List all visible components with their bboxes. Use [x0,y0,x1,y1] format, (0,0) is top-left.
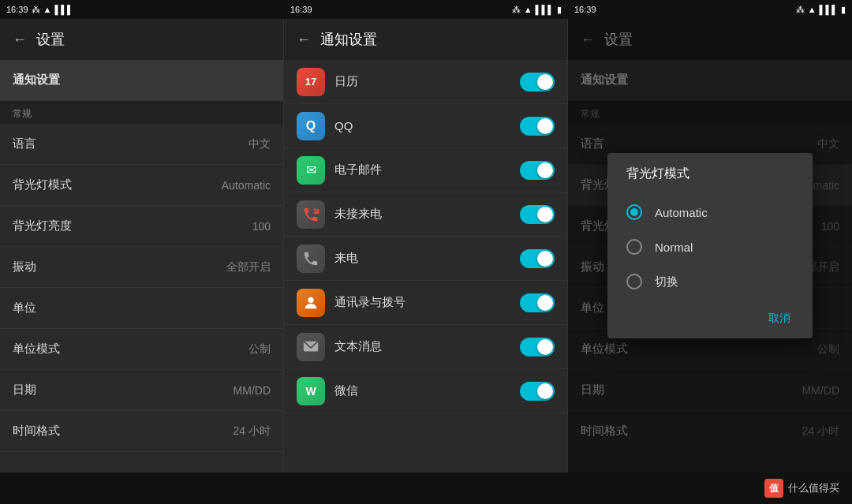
dialog-title: 背光灯模式 [607,166,813,195]
unit-mode-item[interactable]: 单位模式 公制 [0,329,283,370]
time-left: 16:39 [6,5,28,14]
battery-icon-center: ▮ [557,5,562,15]
settings-list: 通知设置 常规 语言 中文 背光灯模式 Automatic 背光灯亮度 100 … [0,60,283,472]
sms-item[interactable]: 文本消息 [284,325,567,369]
call-toggle[interactable] [520,249,555,268]
backlight-mode-item[interactable]: 背光灯模式 Automatic [0,165,283,206]
missed-call-label: 未接来电 [334,207,520,222]
dialog-option-automatic[interactable]: Automatic [607,195,813,230]
sms-label: 文本消息 [334,339,520,354]
status-bar-right: 16:39 ⁂ ▲ ▌▌▌ ▮ [568,0,852,19]
notification-panel: ← 通知设置 17 日历 Q QQ ✉ [284,19,568,472]
bottom-bar: 值 什么值得买 [0,472,852,504]
calendar-icon: 17 [297,68,325,96]
notification-header: ← 通知设置 [284,19,567,60]
signal-icon-left: ▌▌▌ [54,5,73,14]
language-item[interactable]: 语言 中文 [0,124,283,165]
radio-automatic[interactable] [626,204,642,220]
normal-label: Normal [655,241,693,254]
qq-icon: Q [297,112,325,140]
calendar-label: 日历 [334,74,520,89]
missed-call-item[interactable]: 未接来电 [284,192,567,237]
bt-icon-right: ⁂ [796,5,805,15]
notif-settings-item[interactable]: 通知设置 [0,60,283,101]
contacts-icon [297,289,325,317]
notif-back-icon[interactable]: ← [297,32,311,48]
wifi-icon-right: ▲ [808,5,816,15]
signal-icon-center: ▌▌▌ [536,5,554,15]
time-right: 16:39 [574,5,596,14]
qq-item[interactable]: Q QQ [284,104,567,148]
notif-title: 通知设置 [320,30,377,49]
unit-item[interactable]: 单位 [0,288,283,329]
notif-settings-label: 通知设置 [13,73,60,88]
wechat-toggle[interactable] [520,382,555,401]
wifi-icon-left: ▲ [43,5,52,14]
qq-toggle[interactable] [520,117,555,136]
bt-icon-center: ⁂ [512,5,521,15]
time-center: 16:39 [290,5,312,14]
wechat-label: 微信 [334,383,520,398]
dialog-actions: 取消 [607,299,813,338]
qq-label: QQ [334,119,520,133]
automatic-label: Automatic [655,206,708,219]
status-bar-left: 16:39 ⁂ ▲ ▌▌▌ [0,0,284,19]
wechat-item[interactable]: W 微信 [284,369,567,413]
email-icon: ✉ [297,156,325,185]
contacts-label: 通讯录与拨号 [334,295,520,310]
settings-title: 设置 [36,30,65,49]
status-bar: 16:39 ⁂ ▲ ▌▌▌ 16:39 ⁂ ▲ ▌▌▌ ▮ 16:39 ⁂ ▲ … [0,0,852,19]
contacts-toggle[interactable] [520,293,555,312]
logo-icon: 值 [764,479,783,498]
notif-list: 17 日历 Q QQ ✉ 电子邮件 [284,60,567,472]
email-toggle[interactable] [520,161,555,180]
radio-normal[interactable] [626,239,642,255]
calendar-item[interactable]: 17 日历 [284,60,567,104]
contacts-item[interactable]: 通讯录与拨号 [284,281,567,325]
main-area: ← 设置 通知设置 常规 语言 中文 背光灯模式 Automatic 背光灯亮度… [0,19,852,472]
svg-point-1 [308,297,313,302]
sms-icon [297,333,325,361]
bt-icon-left: ⁂ [32,5,40,15]
settings-panel: ← 设置 通知设置 常规 语言 中文 背光灯模式 Automatic 背光灯亮度… [0,19,284,472]
status-icons-center: ⁂ ▲ ▌▌▌ ▮ [512,5,562,15]
dialog-overlay[interactable]: 背光灯模式 Automatic Normal 切换 取消 [568,19,852,472]
backlight-brightness-item[interactable]: 背光灯亮度 100 [0,206,283,247]
dialog-option-switch[interactable]: 切换 [607,264,813,299]
date-item[interactable]: 日期 MM/DD [0,370,283,411]
time-format-item[interactable]: 时间格式 24 小时 [0,411,283,452]
email-item[interactable]: ✉ 电子邮件 [284,148,567,192]
missed-call-toggle[interactable] [520,205,555,224]
battery-icon-right: ▮ [841,5,846,15]
call-label: 来电 [334,251,520,266]
switch-label: 切换 [655,274,678,289]
radio-switch[interactable] [626,274,642,289]
missed-call-icon [297,200,325,229]
status-icons-right: ⁂ ▲ ▌▌▌ ▮ [796,5,846,15]
settings-back-icon[interactable]: ← [13,32,27,48]
status-bar-center: 16:39 ⁂ ▲ ▌▌▌ ▮ [284,0,568,19]
wechat-icon: W [297,377,325,405]
calendar-toggle[interactable] [520,73,555,91]
call-icon [297,245,325,273]
backlight-mode-dialog: 背光灯模式 Automatic Normal 切换 取消 [607,153,813,338]
vibration-item[interactable]: 振动 全部开启 [0,247,283,288]
call-item[interactable]: 来电 [284,237,567,281]
settings-panel-right: ← 设置 通知设置 常规 语言 中文 背光灯模式 Automatic 背光灯亮度… [568,19,852,472]
signal-icon-right: ▌▌▌ [820,5,838,15]
email-label: 电子邮件 [334,162,520,177]
logo-area: 值 什么值得买 [764,479,839,498]
logo-text: 什么值得买 [788,481,839,495]
settings-header: ← 设置 [0,19,283,60]
dialog-option-normal[interactable]: Normal [607,230,813,264]
general-section: 常规 [0,101,283,124]
sms-toggle[interactable] [520,338,555,357]
wifi-icon-center: ▲ [524,5,532,15]
dialog-cancel-button[interactable]: 取消 [759,305,800,332]
